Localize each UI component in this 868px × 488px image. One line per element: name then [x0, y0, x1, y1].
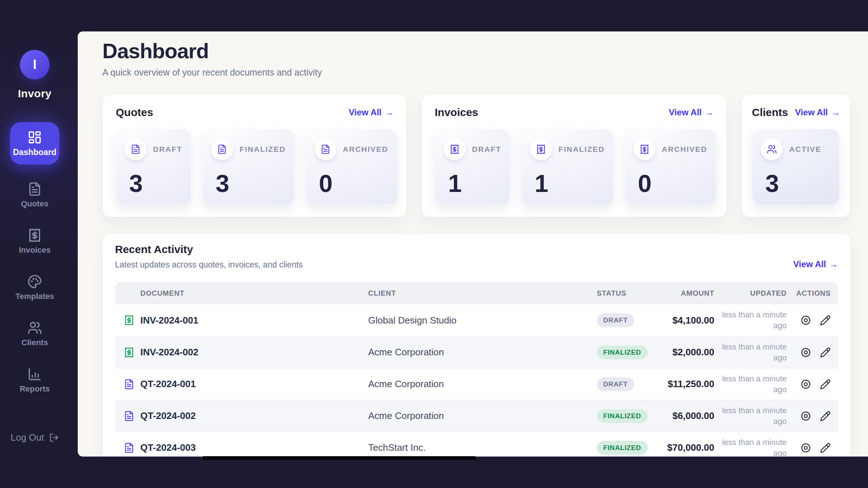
arrow-right-icon: → [831, 107, 840, 117]
document-id: INV-2024-001 [140, 315, 198, 326]
table-row: INV-2024-002 Acme Corporation FINALIZED … [115, 336, 838, 368]
brand-initial: I [33, 57, 37, 72]
view-eye-icon[interactable] [800, 379, 811, 390]
receipt-icon [536, 144, 546, 154]
sidebar-item-label: Reports [20, 384, 50, 394]
stat-value: 3 [129, 171, 182, 196]
edit-pencil-icon[interactable] [820, 442, 831, 453]
activity-view-all-link[interactable]: View All → [793, 259, 838, 269]
brand-logo: I [20, 50, 50, 80]
file-text-icon [124, 379, 135, 390]
sidebar-item-label: Templates [15, 292, 54, 301]
horizontal-scrollbar-thumb[interactable] [203, 456, 476, 460]
logout-label: Log Out [10, 432, 44, 443]
updated-time: less than a minute ago [714, 437, 787, 457]
sidebar-item-reports[interactable]: Reports [10, 363, 59, 397]
status-badge: DRAFT [597, 377, 634, 391]
file-text-icon [124, 411, 135, 421]
recent-activity-subtitle: Latest updates across quotes, invoices, … [115, 260, 303, 270]
sidebar-item-label: Dashboard [13, 147, 56, 157]
invoices-card: Invoices View All → DRAFT 1 [421, 94, 727, 217]
edit-pencil-icon[interactable] [820, 315, 831, 326]
bar-chart-icon [27, 367, 42, 381]
log-out-icon [49, 433, 59, 442]
users-icon [27, 321, 42, 335]
stat-tile-invoices-finalized: FINALIZED 1 [521, 129, 614, 205]
edit-pencil-icon[interactable] [820, 411, 831, 421]
document-id: QT-2024-002 [140, 410, 196, 421]
summary-cards-row: Quotes View All → DRAFT 3 [102, 94, 851, 217]
table-header-row: DOCUMENT CLIENT STATUS AMOUNT UPDATED AC… [115, 282, 838, 304]
stat-label: ARCHIVED [662, 145, 707, 154]
page-title: Dashboard [102, 39, 851, 63]
client-name: Global Design Studio [368, 315, 575, 326]
sidebar-item-dashboard[interactable]: Dashboard [10, 122, 59, 164]
activity-table: DOCUMENT CLIENT STATUS AMOUNT UPDATED AC… [115, 282, 838, 457]
column-header-document: DOCUMENT [115, 289, 368, 297]
column-header-actions: ACTIONS [787, 289, 838, 297]
arrow-right-icon: → [385, 107, 393, 117]
document-id: QT-2024-003 [140, 442, 196, 453]
users-icon [767, 144, 777, 154]
amount: $2,000.00 [655, 347, 714, 358]
view-eye-icon[interactable] [800, 347, 811, 358]
file-text-icon [217, 144, 227, 154]
main-content: Dashboard A quick overview of your recen… [78, 31, 868, 457]
receipt-icon [124, 315, 135, 326]
layout-dashboard-icon [27, 130, 42, 145]
view-all-label: View All [669, 107, 702, 117]
icon-bubble [125, 138, 146, 160]
view-eye-icon[interactable] [800, 315, 811, 326]
logout-button[interactable]: Log Out [10, 432, 59, 443]
stat-tile-quotes-archived: ARCHIVED 0 [306, 129, 397, 205]
sidebar-item-invoices[interactable]: Invoices [10, 224, 59, 258]
recent-activity-title: Recent Activity [115, 243, 303, 256]
icon-bubble [761, 138, 783, 160]
receipt-icon [639, 144, 650, 154]
quotes-card: Quotes View All → DRAFT 3 [102, 94, 407, 217]
recent-activity-card: Recent Activity Latest updates across qu… [102, 234, 851, 457]
stat-label: DRAFT [472, 145, 501, 154]
sidebar-item-templates[interactable]: Templates [10, 271, 59, 305]
updated-time: less than a minute ago [714, 405, 787, 427]
icon-bubble [530, 138, 552, 160]
sidebar-item-label: Clients [21, 338, 48, 347]
edit-pencil-icon[interactable] [820, 347, 831, 358]
stat-tile-quotes-draft: DRAFT 3 [116, 129, 191, 205]
stat-label: FINALIZED [558, 145, 605, 154]
status-badge: DRAFT [597, 313, 634, 327]
client-name: TechStart Inc. [368, 442, 575, 453]
amount: $11,250.00 [655, 378, 714, 390]
file-text-icon [27, 182, 42, 196]
client-name: Acme Corporation [368, 347, 575, 358]
sidebar-item-clients[interactable]: Clients [10, 317, 59, 351]
icon-bubble [634, 138, 655, 160]
view-eye-icon[interactable] [800, 411, 811, 421]
receipt-icon [124, 347, 135, 358]
stat-label: ARCHIVED [343, 145, 388, 154]
stat-label: DRAFT [153, 145, 182, 154]
arrow-right-icon: → [829, 259, 838, 269]
card-title: Invoices [435, 106, 478, 119]
table-row: QT-2024-001 Acme Corporation DRAFT $11,2… [115, 368, 838, 400]
stat-value: 0 [638, 171, 707, 196]
sidebar-nav: Dashboard Quotes Invoices Templates Clie… [0, 124, 69, 410]
document-id: QT-2024-001 [140, 378, 196, 390]
sidebar-item-quotes[interactable]: Quotes [10, 178, 59, 212]
invoices-view-all-link[interactable]: View All → [669, 107, 714, 117]
icon-bubble [444, 138, 465, 160]
sidebar-item-label: Quotes [21, 199, 48, 209]
clients-view-all-link[interactable]: View All → [795, 107, 840, 117]
receipt-icon [450, 144, 460, 154]
stat-value: 1 [535, 171, 605, 196]
column-header-client: CLIENT [368, 289, 575, 297]
quotes-view-all-link[interactable]: View All → [349, 107, 393, 117]
view-eye-icon[interactable] [800, 442, 811, 453]
stat-value: 0 [319, 171, 388, 196]
stat-tile-invoices-archived: ARCHIVED 0 [625, 129, 716, 205]
stat-value: 3 [765, 171, 831, 196]
icon-bubble [211, 138, 233, 160]
stat-tile-quotes-finalized: FINALIZED 3 [202, 129, 295, 205]
edit-pencil-icon[interactable] [820, 379, 831, 390]
amount: $6,000.00 [655, 410, 714, 421]
